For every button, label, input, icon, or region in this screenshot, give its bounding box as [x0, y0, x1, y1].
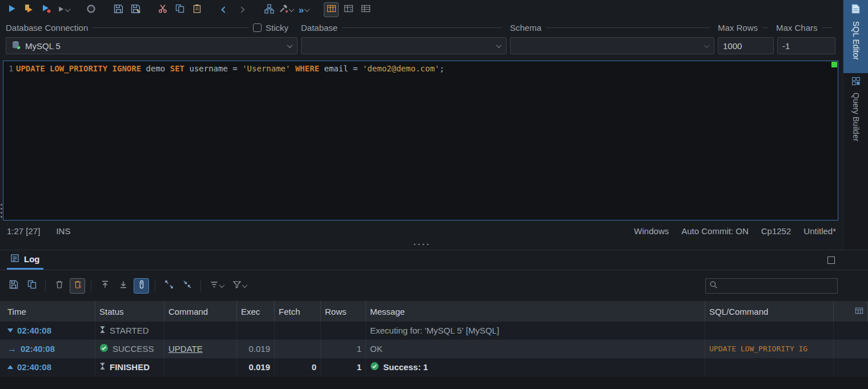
paste-button[interactable]	[190, 2, 204, 17]
log-time: 02:40:08	[21, 344, 55, 354]
tab-query-builder[interactable]: Query Builder	[843, 73, 868, 146]
log-exec-time: 0.019	[237, 358, 275, 376]
auto-clear-log-toggle[interactable]	[70, 278, 85, 294]
log-row-started[interactable]: 02:40:08 STARTED Executing for: 'MySQL 5…	[0, 322, 868, 340]
right-side-tabs: SQL Editor Query Builder	[843, 0, 868, 250]
editor-main-column: » Database Connection	[0, 0, 843, 250]
column-header-fetch[interactable]: Fetch	[275, 301, 321, 322]
log-message: OK	[366, 340, 705, 358]
document-name: Untitled*	[803, 226, 836, 236]
collapse-triangle-icon[interactable]	[7, 365, 13, 369]
line-endings[interactable]: Windows	[634, 226, 669, 236]
execute-new-tab-button[interactable]	[39, 2, 54, 17]
log-search-input[interactable]	[721, 281, 834, 290]
query-builder-icon	[852, 77, 860, 87]
max-chars-label: Max Chars	[776, 23, 818, 33]
explain-plan-icon	[264, 4, 274, 16]
save-as-button[interactable]	[128, 2, 143, 17]
schema-select[interactable]	[510, 37, 714, 54]
expand-triangle-icon[interactable]	[7, 328, 13, 332]
tab-sql-editor[interactable]: SQL Editor	[843, 0, 868, 73]
collapse-all-button[interactable]	[179, 278, 195, 294]
back-button[interactable]	[217, 2, 232, 17]
sticky-checkbox[interactable]	[253, 23, 262, 32]
play-small-icon	[58, 5, 65, 15]
grid-record-icon	[361, 4, 371, 15]
divider-line	[546, 27, 710, 28]
success-check-icon	[370, 362, 379, 372]
execute-dropdown-button[interactable]	[56, 2, 71, 17]
copy-log-button[interactable]	[24, 278, 39, 294]
save-log-button[interactable]	[6, 278, 21, 294]
connection-labels-row: Database Connection Sticky Database Sche…	[0, 19, 843, 35]
max-chars-input[interactable]	[777, 37, 835, 54]
scroll-to-bottom-button[interactable]	[115, 278, 131, 294]
result-record-toggle-button[interactable]	[358, 2, 373, 17]
stop-button[interactable]	[83, 2, 98, 17]
sql-editor-area[interactable]: 1UPDATE LOW_PRIORITY IGNORE demo SET use…	[3, 61, 838, 220]
execute-statement-button[interactable]	[5, 2, 19, 17]
divider-line	[93, 27, 248, 28]
scissors-icon	[158, 4, 167, 15]
log-row-count: 1	[321, 358, 366, 376]
log-message: Executing for: 'MySQL 5' [MySQL]	[366, 322, 705, 339]
configure-columns-icon[interactable]	[855, 307, 863, 316]
clear-log-button[interactable]	[51, 278, 67, 294]
column-header-time[interactable]: Time	[0, 301, 95, 322]
scroll-lock-icon	[137, 280, 146, 291]
toolbar-separator	[91, 280, 91, 291]
result-text-toggle-button[interactable]	[341, 2, 356, 17]
forward-button[interactable]	[234, 2, 249, 17]
collapse-all-icon	[183, 280, 192, 291]
copy-button[interactable]	[172, 2, 187, 17]
cut-button[interactable]	[155, 2, 170, 17]
max-rows-input[interactable]	[718, 37, 774, 54]
tab-log[interactable]: Log	[7, 250, 43, 270]
next-statement-dropdown-button[interactable]: »	[296, 2, 311, 17]
result-grid-toggle-button[interactable]	[324, 2, 339, 17]
sql-editor-window: » Database Connection	[0, 0, 868, 389]
database-select[interactable]	[301, 37, 507, 54]
horizontal-splitter[interactable]: ····	[0, 241, 843, 250]
column-header-rows[interactable]: Rows	[321, 301, 366, 322]
log-fetch-time	[275, 340, 321, 358]
tab-sql-editor-label: SQL Editor	[851, 21, 861, 60]
caret-position: 1:27 [27]	[7, 226, 40, 236]
arrow-right-icon: →	[7, 344, 17, 354]
log-sql-command: UPDATE LOW_PRIORITY IG	[705, 340, 834, 358]
column-header-status[interactable]: Status	[95, 301, 164, 322]
auto-commit-status[interactable]: Auto Commit: ON	[681, 226, 749, 236]
maximize-panel-button[interactable]	[827, 256, 835, 264]
log-table-header: Time Status Command Exec Fetch Rows Mess…	[0, 301, 868, 322]
column-header-exec[interactable]: Exec	[237, 301, 275, 322]
log-status: FINISHED	[110, 362, 150, 372]
sql-keyword: WHERE	[290, 64, 324, 73]
left-splitter-handle[interactable]	[0, 203, 3, 218]
scroll-to-top-button[interactable]	[97, 278, 112, 294]
log-row-finished[interactable]: 02:40:08 FINISHED 0.019 0 1 Success: 1	[0, 358, 868, 376]
sticky-label: Sticky	[266, 23, 288, 33]
schema-label: Schema	[510, 23, 541, 33]
sql-keyword: SET	[170, 64, 184, 73]
log-row-count: 1	[321, 340, 366, 358]
encoding[interactable]: Cp1252	[761, 226, 791, 236]
log-row-success[interactable]: → 02:40:08 SUCCESS UPDATE 0.019 1 OK UPD…	[0, 340, 868, 358]
column-header-sql-command[interactable]: SQL/Command	[705, 301, 834, 322]
log-status: SUCCESS	[112, 344, 154, 354]
save-button[interactable]	[111, 2, 126, 17]
connection-select[interactable]: MySQL 5	[6, 37, 298, 54]
column-header-command[interactable]: Command	[164, 301, 237, 322]
filter-dropdown-button[interactable]	[230, 278, 250, 294]
sql-editor-icon	[851, 4, 860, 16]
code-line-1[interactable]: 1UPDATE LOW_PRIORITY IGNORE demo SET use…	[3, 61, 838, 73]
tools-dropdown-button[interactable]	[279, 2, 294, 17]
scroll-lock-toggle[interactable]	[134, 278, 149, 294]
insert-mode: INS	[56, 226, 70, 236]
sort-dropdown-button[interactable]	[207, 278, 227, 294]
command-link[interactable]: UPDATE	[168, 344, 203, 354]
execute-script-button[interactable]	[22, 2, 37, 17]
explain-plan-button[interactable]	[262, 2, 276, 17]
expand-all-button[interactable]	[161, 278, 176, 294]
column-header-message[interactable]: Message	[366, 301, 705, 322]
tab-log-label: Log	[24, 254, 40, 264]
